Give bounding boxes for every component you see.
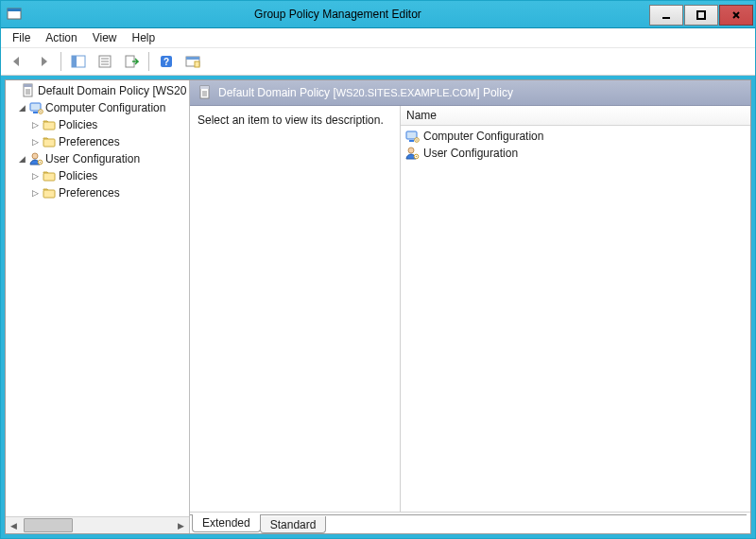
- menu-action[interactable]: Action: [38, 29, 84, 46]
- tree-label: Policies: [59, 118, 97, 131]
- svg-rect-2: [662, 17, 670, 19]
- system-menu-icon[interactable]: [1, 1, 27, 27]
- expander-open-icon[interactable]: ◢: [15, 103, 28, 113]
- scroll-left-button[interactable]: ◀: [6, 517, 22, 533]
- tree-scroll[interactable]: Default Domain Policy [WS20 ◢: [6, 80, 189, 516]
- user-icon: [28, 151, 43, 166]
- description-prompt: Select an item to view its description.: [198, 113, 384, 127]
- properties-icon: [97, 54, 112, 69]
- result-pane: Default Domain Policy [WS20.SITES.EXAMPL…: [190, 80, 750, 533]
- expander-closed-icon[interactable]: ▷: [28, 120, 42, 130]
- tree-label: Preferences: [59, 186, 120, 200]
- list-item-user-config[interactable]: User Configuration: [401, 145, 750, 162]
- expander-closed-icon[interactable]: ▷: [28, 188, 42, 198]
- list-item-computer-config[interactable]: Computer Configuration: [401, 128, 750, 145]
- svg-rect-28: [43, 139, 55, 147]
- svg-point-45: [416, 156, 418, 158]
- svg-rect-32: [43, 173, 55, 181]
- forward-icon: [36, 54, 51, 69]
- svg-rect-24: [33, 112, 38, 113]
- folder-icon: [42, 134, 57, 149]
- folder-icon: [42, 168, 57, 183]
- user-icon: [404, 146, 420, 161]
- svg-rect-33: [43, 190, 55, 198]
- maximize-button[interactable]: [684, 5, 718, 26]
- expander-closed-icon[interactable]: ▷: [28, 171, 42, 181]
- description-column: Select an item to view its description.: [190, 106, 401, 512]
- svg-rect-7: [72, 56, 77, 67]
- computer-icon: [28, 100, 43, 115]
- help-icon: ?: [159, 54, 174, 69]
- title-bar[interactable]: Group Policy Management Editor: [1, 1, 755, 28]
- svg-point-26: [40, 111, 42, 113]
- svg-rect-19: [24, 84, 32, 87]
- tree-computer-preferences[interactable]: ▷ Preferences: [6, 133, 189, 150]
- menu-help[interactable]: Help: [125, 29, 163, 46]
- result-header: Default Domain Policy [WS20.SITES.EXAMPL…: [190, 80, 750, 106]
- expander-open-icon[interactable]: ◢: [15, 154, 28, 164]
- svg-text:?: ?: [163, 57, 169, 67]
- show-hide-tree-button[interactable]: [66, 49, 91, 74]
- svg-rect-27: [43, 122, 55, 130]
- tree-user-preferences[interactable]: ▷ Preferences: [6, 184, 189, 201]
- toolbar-separator: [148, 52, 149, 71]
- svg-rect-16: [186, 57, 199, 60]
- svg-rect-40: [409, 140, 414, 142]
- expander-closed-icon[interactable]: ▷: [28, 137, 42, 147]
- list-item-label: User Configuration: [423, 147, 518, 160]
- tree-label: Policies: [59, 169, 97, 183]
- list-body[interactable]: Computer Configuration: [401, 126, 750, 512]
- view-tabs: Extended Standard: [190, 513, 750, 533]
- tab-standard[interactable]: Standard: [260, 516, 327, 533]
- svg-point-29: [32, 153, 38, 159]
- menu-view[interactable]: View: [85, 29, 125, 46]
- export-list-button[interactable]: [119, 49, 144, 74]
- properties-button[interactable]: [93, 49, 117, 74]
- forward-button[interactable]: [31, 49, 56, 74]
- filter-icon: [185, 54, 200, 69]
- back-button[interactable]: [5, 49, 29, 74]
- filter-options-button[interactable]: [180, 49, 205, 74]
- result-content: Select an item to view its description. …: [190, 106, 750, 513]
- list-column: Name Comput: [401, 106, 750, 512]
- minimize-button[interactable]: [649, 5, 683, 26]
- tab-extended[interactable]: Extended: [192, 514, 261, 532]
- svg-rect-35: [200, 86, 209, 89]
- computer-icon: [404, 129, 420, 144]
- tree-label: User Configuration: [45, 152, 140, 165]
- svg-rect-17: [195, 61, 199, 67]
- tree-user-policies[interactable]: ▷ Policies: [6, 167, 189, 184]
- window-title: Group Policy Management Editor: [27, 1, 648, 27]
- tree-label: Preferences: [59, 135, 120, 148]
- svg-point-42: [416, 139, 418, 141]
- tree-user-config[interactable]: ◢ User Con: [6, 150, 189, 167]
- gpme-window: Group Policy Management Editor File Acti…: [0, 0, 756, 539]
- body-wrap: Default Domain Policy [WS20 ◢: [1, 76, 755, 538]
- folder-icon: [42, 185, 57, 200]
- close-button[interactable]: [719, 5, 753, 26]
- folder-icon: [42, 117, 57, 132]
- toolbar: ?: [1, 48, 755, 76]
- tree-pane: Default Domain Policy [WS20 ◢: [6, 80, 190, 533]
- tree-computer-config[interactable]: ◢ Computer: [6, 99, 189, 116]
- scroll-right-button[interactable]: ▶: [173, 517, 189, 533]
- list-item-label: Computer Configuration: [423, 130, 543, 143]
- svg-point-31: [40, 162, 42, 164]
- tree-label: Computer Configuration: [45, 101, 165, 114]
- body-inner: Default Domain Policy [WS20 ◢: [5, 79, 751, 534]
- horizontal-scrollbar[interactable]: ◀ ▶: [6, 516, 189, 533]
- help-button[interactable]: ?: [154, 49, 179, 74]
- tree-root[interactable]: Default Domain Policy [WS20: [6, 82, 189, 99]
- menu-file[interactable]: File: [5, 29, 38, 46]
- mmc-icon: [7, 7, 22, 22]
- column-name-header: Name: [406, 109, 437, 122]
- svg-rect-3: [697, 11, 705, 19]
- export-list-icon: [124, 54, 139, 69]
- back-icon: [9, 54, 25, 69]
- tree-computer-policies[interactable]: ▷ Policies: [6, 116, 189, 133]
- svg-rect-1: [8, 9, 21, 11]
- policy-icon: [21, 83, 36, 98]
- result-header-text: Default Domain Policy [WS20.SITES.EXAMPL…: [218, 86, 513, 99]
- scroll-thumb[interactable]: [24, 518, 73, 532]
- list-header[interactable]: Name: [401, 106, 750, 126]
